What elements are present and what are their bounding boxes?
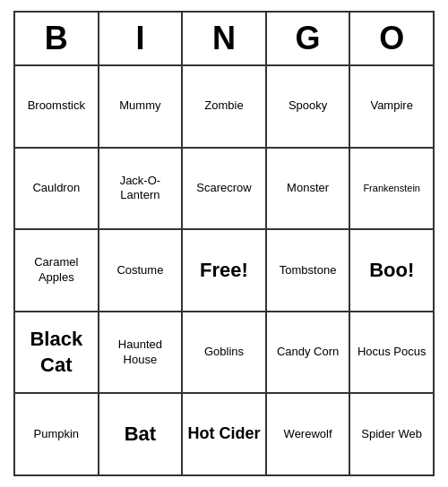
cell-0-0: Broomstick — [15, 66, 99, 147]
row-0: BroomstickMummyZombieSpookyVampire — [15, 66, 433, 149]
cell-4-3: Werewolf — [267, 394, 351, 474]
bingo-grid: BroomstickMummyZombieSpookyVampireCauldr… — [15, 66, 433, 474]
row-2: Caramel ApplesCostumeFree!TombstoneBoo! — [15, 230, 433, 312]
cell-2-4: Boo! — [350, 230, 433, 311]
cell-0-1: Mummy — [99, 66, 184, 147]
cell-1-3: Monster — [267, 149, 351, 229]
row-4: PumpkinBatHot CiderWerewolfSpider Web — [15, 394, 433, 474]
cell-4-2: Hot Cider — [183, 394, 267, 474]
cell-4-1: Bat — [99, 394, 184, 474]
header-letter-G: G — [267, 13, 351, 64]
header-letter-B: B — [15, 13, 99, 64]
cell-0-3: Spooky — [267, 66, 351, 147]
cell-1-0: Cauldron — [15, 149, 99, 229]
cell-1-2: Scarecrow — [183, 149, 267, 229]
cell-3-4: Hocus Pocus — [350, 312, 433, 393]
cell-2-2: Free! — [183, 230, 267, 311]
cell-0-4: Vampire — [350, 66, 433, 147]
row-3: Black CatHaunted HouseGoblinsCandy CornH… — [15, 312, 433, 395]
bingo-header: BINGO — [15, 13, 433, 66]
cell-3-3: Candy Corn — [267, 312, 351, 393]
header-letter-N: N — [183, 13, 267, 64]
cell-3-1: Haunted House — [99, 312, 184, 393]
cell-2-0: Caramel Apples — [15, 230, 99, 311]
cell-2-3: Tombstone — [267, 230, 351, 311]
bingo-card: BINGO BroomstickMummyZombieSpookyVampire… — [13, 11, 435, 476]
header-letter-I: I — [99, 13, 184, 64]
cell-4-0: Pumpkin — [15, 394, 99, 474]
cell-0-2: Zombie — [183, 66, 267, 147]
cell-1-1: Jack-O-Lantern — [99, 149, 184, 229]
cell-1-4: Frankenstein — [350, 149, 433, 229]
cell-3-2: Goblins — [183, 312, 267, 393]
header-letter-O: O — [350, 13, 433, 64]
cell-2-1: Costume — [99, 230, 184, 311]
cell-4-4: Spider Web — [350, 394, 433, 474]
cell-3-0: Black Cat — [15, 312, 99, 393]
row-1: CauldronJack-O-LanternScarecrowMonsterFr… — [15, 149, 433, 231]
